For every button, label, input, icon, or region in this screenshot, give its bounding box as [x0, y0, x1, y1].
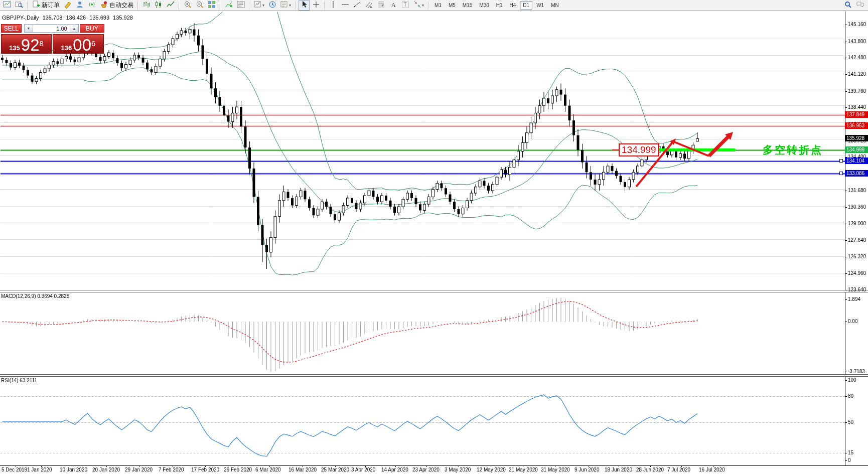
indicator-list-button[interactable] [235, 0, 246, 11]
rsi-axis-label: 80 [848, 393, 853, 399]
toolbar-separator [27, 2, 28, 10]
sell-button[interactable]: SELL [1, 24, 22, 33]
dropdown-caret-icon[interactable]: ▾ [422, 3, 424, 8]
metaeditor-button[interactable] [62, 0, 73, 11]
cursor-button[interactable] [299, 0, 310, 11]
toolbar-separator [324, 2, 325, 10]
buy-button[interactable]: BUY [80, 24, 104, 33]
date-axis-label: 10 Jan 2020 [60, 467, 87, 472]
rsi-axis-tick [845, 453, 847, 453]
tile-windows-button[interactable] [206, 0, 217, 11]
turning-point-highlight[interactable] [659, 148, 735, 151]
timeframe-h4[interactable]: H4 [507, 1, 519, 10]
turning-point-note[interactable]: 多空转折点 [763, 143, 823, 157]
market-watch-button[interactable] [74, 0, 85, 11]
dropdown-caret-icon[interactable]: ▾ [262, 3, 264, 8]
zoom-in-button[interactable] [182, 0, 193, 11]
volume-input[interactable] [33, 25, 70, 32]
macd-axis-label: 0.00 [848, 319, 857, 324]
rsi-axis-tick [845, 380, 847, 381]
macd-pane-separator[interactable] [0, 290, 868, 292]
text-button[interactable]: A [388, 0, 399, 11]
timeframe-w1[interactable]: W1 [533, 1, 547, 10]
close-value: 135.928 [113, 15, 133, 21]
zoom-in-icon [184, 1, 192, 11]
price-badge: 134.999 [845, 146, 868, 153]
timeframe-mn[interactable]: MN [548, 1, 562, 10]
timeframe-m1[interactable]: M1 [431, 1, 445, 10]
price-axis-label: 139.760 [848, 88, 866, 94]
market-watch-icon [76, 1, 84, 11]
dropdown-caret-icon[interactable]: ▾ [289, 3, 291, 8]
hline-icon [341, 1, 349, 11]
price-flag[interactable]: 134.999 [619, 143, 659, 156]
line-chart-button[interactable] [165, 0, 176, 11]
timeframe-h1[interactable]: H1 [493, 1, 506, 10]
timeframe-m15[interactable]: M15 [460, 1, 475, 10]
arrows-icon [413, 1, 421, 11]
price-axis-separator [845, 12, 845, 465]
date-axis-tick [303, 465, 303, 467]
buy-price-display[interactable]: 136006 [53, 34, 104, 54]
autotrading-button[interactable]: 自动交易 [98, 0, 135, 11]
indicators-button[interactable] [223, 0, 234, 11]
chat-button[interactable] [854, 0, 865, 11]
price-axis-label: 141.120 [848, 71, 866, 77]
vline-button[interactable] [328, 0, 339, 11]
price-axis-tick [845, 107, 847, 108]
chart-window-button[interactable] [2, 0, 13, 11]
date-axis-label: 3 Apr 2020 [351, 467, 375, 472]
line-selection-handle[interactable] [839, 172, 843, 175]
price-axis-label: 127.640 [848, 237, 866, 243]
trendline-button[interactable] [352, 0, 363, 11]
sell-price-display[interactable]: 135928 [1, 34, 52, 54]
macd-axis-label: 1.894 [848, 296, 860, 302]
chart-settings-button[interactable]: ▾ [279, 0, 293, 11]
date-axis-tick [41, 465, 42, 467]
vline-icon [329, 1, 337, 11]
toolbar-separator [220, 2, 221, 10]
line-selection-handle[interactable] [839, 159, 843, 163]
crosshair-button[interactable] [311, 0, 322, 11]
price-axis-tick [845, 207, 847, 208]
candle-chart-button[interactable] [153, 0, 164, 11]
one-click-trading-panel: SELL ▾ ▴ BUY 135928 136006 [1, 24, 104, 54]
rsi-axis-label: 50 [848, 419, 853, 425]
new-order-icon [32, 1, 40, 11]
volume-increase-button[interactable]: ▴ [70, 25, 78, 32]
zoom-out-button[interactable] [194, 0, 205, 11]
chart-canvas[interactable] [0, 0, 868, 475]
price-axis-tick [845, 42, 847, 42]
label-button[interactable]: T [400, 0, 411, 11]
rsi-axis-label: 100 [848, 377, 856, 383]
channel-button[interactable]: E [364, 0, 375, 11]
fibonacci-button[interactable]: F [376, 0, 387, 11]
price-axis-label: 126.320 [848, 254, 866, 259]
volume-decrease-button[interactable]: ▾ [25, 25, 33, 32]
bar-chart-button[interactable] [141, 0, 152, 11]
buy-price-big-figure: 136 [61, 43, 72, 53]
arrows-button[interactable]: ▾ [412, 0, 425, 11]
crosshair-icon [312, 1, 320, 11]
search-button[interactable] [842, 0, 853, 11]
toolbar-separator [137, 2, 138, 10]
price-axis-label: 145.160 [848, 22, 866, 27]
hline-button[interactable] [340, 0, 351, 11]
channel-icon: E [365, 1, 373, 11]
templates-button[interactable]: ▾ [252, 0, 266, 11]
timeframe-m5[interactable]: M5 [446, 1, 459, 10]
toolbar-separator [249, 2, 250, 10]
date-axis-tick [106, 465, 107, 467]
signals-button[interactable] [86, 0, 97, 11]
data-window-button[interactable] [14, 0, 25, 11]
rsi-axis-label: 0 [848, 457, 851, 463]
new-order-button[interactable]: 新订单 [31, 0, 61, 11]
date-axis-label: 18 Jun 2020 [605, 467, 632, 472]
rsi-pane-separator[interactable] [0, 374, 868, 377]
timeframe-m30[interactable]: M30 [476, 1, 492, 10]
date-axis-tick [681, 465, 682, 467]
period-button[interactable] [267, 0, 278, 11]
date-axis-label: 21 May 2020 [509, 467, 538, 472]
timeframe-d1[interactable]: D1 [520, 1, 532, 10]
toolbar-separator [179, 2, 180, 10]
